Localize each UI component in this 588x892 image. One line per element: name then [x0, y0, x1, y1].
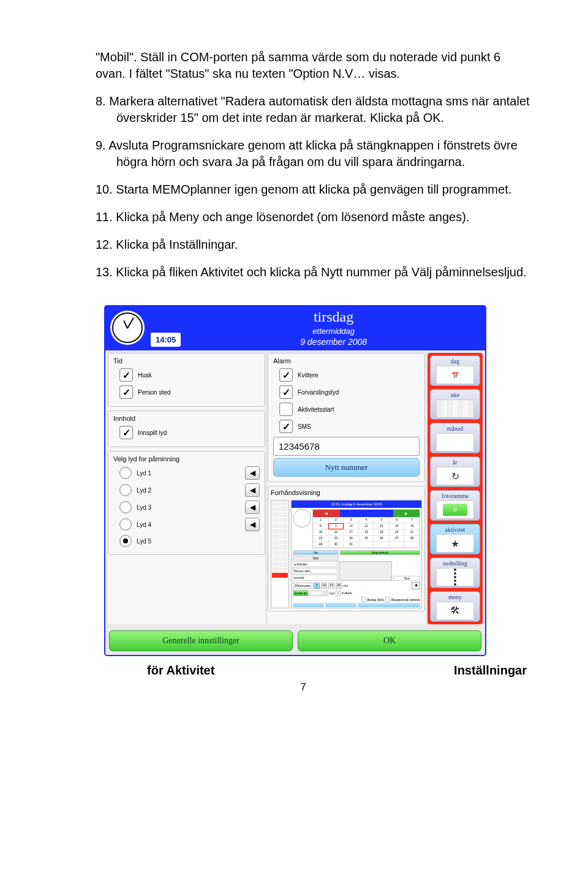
paragraph-12: 12. Klicka på Inställningar. — [74, 236, 533, 253]
speaker-icon[interactable]: ◀ — [245, 483, 260, 497]
husk-label: Husk — [138, 372, 152, 379]
lyd5-radio[interactable] — [119, 535, 132, 547]
prev-innhold: Innhold — [293, 575, 337, 581]
month-tab-current — [340, 510, 393, 517]
prev-test: Test — [393, 576, 420, 581]
tile-foto[interactable]: fotoramme ⏱ — [430, 490, 480, 521]
prev-30: 30 — [336, 583, 342, 589]
ok-button[interactable]: OK — [298, 630, 481, 651]
month-tab-next: ▶ — [393, 510, 420, 517]
alarm-panel: Alarm ✓ Kvittere ✓ Forvarslingslyd Aktiv… — [268, 353, 425, 482]
innspilt-label: Innspilt lyd — [138, 429, 167, 436]
tile-nedtelling[interactable]: nedtelling — [430, 558, 480, 588]
lyd2-radio[interactable] — [119, 484, 132, 496]
preview-panel: Forhåndsvisning 13:01 tirsdag 9 desember… — [268, 486, 425, 611]
innhold-panel: Innhold ✓ Innspilt lyd — [108, 410, 265, 447]
preview-bluebar: 13:01 tirsdag 9 desember 2008 — [292, 501, 421, 508]
tile-aktivitet[interactable]: aktivitet ★ — [430, 524, 480, 554]
tile-maned[interactable]: måned — [430, 423, 480, 453]
daypart-label: ettermiddag — [187, 327, 480, 336]
lyd1-label: Lyd 1 — [137, 470, 151, 477]
preview-main: 13:01 tirsdag 9 desember 2008 ◀ ▶ — [291, 500, 422, 608]
nytt-nummer-button[interactable]: Nytt nummer — [273, 458, 420, 477]
prev-endre: Endre tid — [293, 590, 309, 596]
prev-velg: Velg innhold — [340, 550, 420, 555]
husk-checkbox[interactable]: ✓ — [119, 368, 133, 382]
generelle-button[interactable]: Generelle innstillinger — [109, 630, 293, 651]
paragraph-9: 9. Avsluta Programsnickare genom att kli… — [74, 137, 533, 170]
tile-meny[interactable]: meny 🛠 — [430, 591, 480, 622]
meny-icon: 🛠 — [436, 602, 474, 620]
person-label: Person sted — [138, 389, 170, 396]
preview-title: Forhåndsvisning — [271, 489, 422, 496]
uke-icon — [436, 399, 474, 418]
person-checkbox[interactable]: ✓ — [119, 385, 133, 399]
paragraph-13: 13. Klicka på fliken Aktivitet och klick… — [74, 264, 533, 281]
prev-aktivitet: Aktivitet — [296, 562, 307, 566]
paragraph-8: 8. Markera alternativet "Radera automati… — [74, 93, 533, 126]
prev-beskje: Beskje SMS — [368, 598, 384, 602]
speaker-icon[interactable]: ◀ — [245, 501, 260, 514]
kvittere-checkbox[interactable]: ✓ — [279, 368, 293, 382]
lyd4-radio[interactable] — [119, 518, 132, 531]
alarm-title: Alarm — [273, 357, 420, 365]
prev-na: Na — [293, 550, 339, 555]
lyd3-radio[interactable] — [119, 501, 132, 513]
prev-lyd: Lyd — [330, 591, 334, 595]
phone-number-input[interactable]: 12345678 — [273, 437, 420, 456]
prev-bottom-btn-2 — [325, 603, 356, 607]
prev-paminnelse: Påminnelse — [293, 583, 312, 589]
prev-star-icon: ★ — [412, 582, 420, 589]
dag-icon: 📅 — [436, 366, 474, 384]
aktivitet-icon: ★ — [436, 534, 474, 553]
preview-clock-icon — [293, 509, 311, 527]
innhold-title: Innhold — [113, 415, 260, 422]
maned-icon — [436, 433, 474, 452]
aktstart-label: Aktivitetsstart — [298, 406, 334, 413]
footer: för Aktivitet Inställningar — [74, 663, 533, 678]
prev-bottom-btn-3 — [358, 603, 420, 607]
tile-dag[interactable]: dag 📅 — [430, 355, 480, 386]
time-display: 14:05 — [151, 333, 181, 347]
prev-bottom-btn-1 — [293, 603, 324, 607]
clock-icon — [110, 311, 145, 345]
preview-calendar: 1234567 891011121314 15161718192021 2223… — [313, 517, 420, 548]
prev-kvittere: Kvittere — [342, 591, 352, 595]
sms-label: SMS — [298, 423, 311, 430]
date-label: 9 desember 2008 — [187, 337, 480, 347]
nedtelling-icon — [436, 568, 474, 586]
sms-checkbox[interactable]: ✓ — [279, 420, 293, 433]
paragraph-cont: "Mobil". Ställ in COM-porten på samma vä… — [74, 49, 533, 82]
prev-10: 10 — [321, 583, 327, 589]
app-screenshot: 14:05 tirsdag ettermiddag 9 desember 200… — [104, 305, 533, 656]
aktstart-checkbox[interactable] — [279, 403, 293, 416]
page-number: 7 — [74, 681, 533, 694]
lyd3-label: Lyd 3 — [137, 504, 151, 511]
velg-title: Velg lyd for påminning — [113, 455, 260, 463]
forvars-label: Forvarslingslyd — [298, 389, 339, 396]
lyd5-label: Lyd 5 — [137, 538, 151, 545]
forvars-checkbox[interactable]: ✓ — [279, 385, 293, 399]
header-bar: 14:05 tirsdag ettermiddag 9 desember 200… — [105, 306, 485, 350]
prev-15: 15 — [328, 583, 334, 589]
prev-min: min — [343, 584, 348, 588]
lyd1-radio[interactable] — [119, 467, 132, 479]
tid-title: Tid — [113, 357, 260, 365]
paragraph-11: 11. Klicka på Meny och ange lösenordet (… — [74, 209, 533, 225]
tile-uke[interactable]: uke — [430, 389, 480, 420]
tile-ar[interactable]: år ↻ — [430, 456, 480, 487]
month-tab-prev: ◀ — [313, 510, 340, 517]
paragraph-10: 10. Starta MEMOplanner igen genom att kl… — [74, 181, 533, 198]
speaker-icon[interactable]: ◀ — [245, 518, 260, 531]
prev-slett: Slett — [293, 556, 339, 561]
prev-person: Person sted — [293, 568, 337, 574]
fotoramme-icon: ⏱ — [436, 501, 474, 519]
lyd2-label: Lyd 2 — [137, 487, 151, 494]
speaker-icon[interactable]: ◀ — [245, 466, 260, 480]
kvittere-label: Kvittere — [298, 372, 318, 379]
tid-panel: Tid ✓ Husk ✓ Person sted — [108, 353, 265, 407]
document-body: "Mobil". Ställ in COM-porten på samma vä… — [74, 49, 533, 281]
innspilt-checkbox[interactable]: ✓ — [119, 426, 133, 439]
footer-left: för Aktivitet — [147, 663, 214, 678]
footer-right: Inställningar — [454, 663, 527, 678]
